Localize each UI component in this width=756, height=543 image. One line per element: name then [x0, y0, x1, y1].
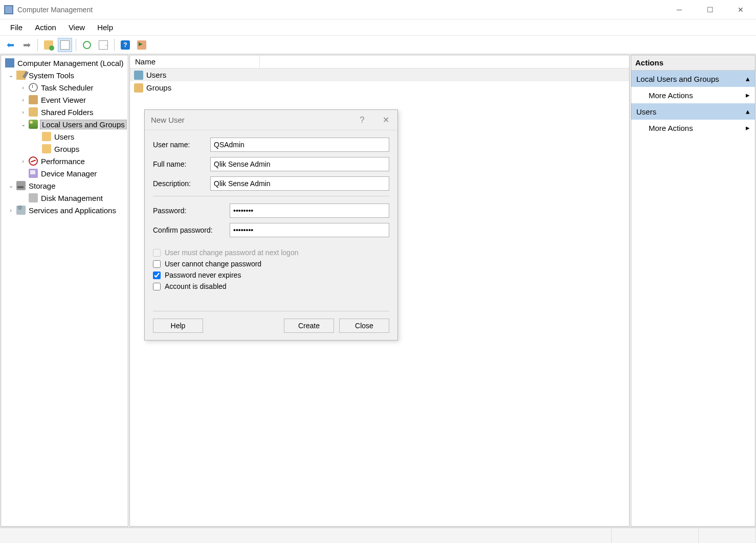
help-button[interactable]: ? [118, 38, 132, 52]
username-input[interactable] [210, 138, 389, 152]
shared-folder-icon [29, 107, 38, 117]
folder-up-icon [44, 40, 53, 50]
tree-label: Groups [53, 145, 80, 153]
actions-pane: Actions Local Users and Groups ▴ More Ac… [631, 55, 755, 527]
export-icon [99, 40, 108, 50]
tree-label: Computer Management (Local) [16, 59, 125, 67]
collapse-icon[interactable]: ⌄ [7, 183, 14, 189]
chevron-right-icon: ▸ [746, 123, 750, 132]
maximize-button[interactable]: ☐ [695, 0, 725, 19]
close-button[interactable]: ✕ [725, 0, 756, 19]
cannot-change-checkbox[interactable] [153, 260, 161, 268]
actions-more-lusg[interactable]: More Actions ▸ [631, 87, 755, 103]
forward-button[interactable]: ➡ [19, 38, 34, 52]
must-change-label: User must change password at next logon [165, 248, 298, 257]
clock-icon [29, 83, 38, 92]
tree-services-apps[interactable]: › Services and Applications [1, 204, 128, 216]
tree: Computer Management (Local) ⌄ System Too… [1, 55, 128, 218]
list-item-users[interactable]: Users [130, 69, 629, 81]
close-dialog-button[interactable]: Close [339, 319, 389, 333]
expand-icon[interactable]: › [19, 97, 27, 103]
collapse-icon[interactable]: ⌄ [7, 72, 14, 79]
help-button[interactable]: Help [153, 319, 203, 333]
actions-section-lusg[interactable]: Local Users and Groups ▴ [631, 71, 755, 87]
fullname-input[interactable] [210, 157, 389, 171]
tree-disk-management[interactable]: Disk Management [1, 192, 128, 204]
label-description: Description: [153, 179, 210, 188]
window-title: Computer Management [17, 6, 93, 14]
tree-local-users-groups[interactable]: ⌄ Local Users and Groups [1, 118, 128, 130]
menu-action[interactable]: Action [30, 21, 61, 34]
menu-file[interactable]: File [5, 21, 28, 34]
tree-users[interactable]: Users [1, 130, 128, 143]
refresh-icon [83, 41, 91, 49]
storage-icon [16, 181, 26, 190]
disabled-label: Account is disabled [165, 282, 227, 290]
status-bar [0, 528, 756, 543]
dialog-close-button[interactable]: ✕ [374, 110, 397, 130]
menu-help[interactable]: Help [92, 21, 118, 34]
action-pane-button[interactable] [135, 38, 149, 52]
cannot-change-label: User cannot change password [165, 260, 261, 268]
arrow-right-icon: ➡ [23, 39, 31, 51]
app-icon [4, 5, 13, 14]
tree-storage[interactable]: ⌄ Storage [1, 179, 128, 192]
label-username: User name: [153, 141, 210, 149]
dialog-help-button[interactable]: ? [350, 110, 374, 130]
title-bar: Computer Management ─ ☐ ✕ [0, 0, 756, 19]
tools-icon [16, 71, 26, 80]
actions-section-users[interactable]: Users ▴ [631, 103, 755, 120]
toolbar-sep [37, 39, 38, 51]
export-button[interactable] [96, 38, 110, 52]
tree-label: Local Users and Groups [40, 120, 127, 129]
create-button[interactable]: Create [284, 319, 334, 333]
disabled-checkbox[interactable] [153, 283, 161, 290]
collapse-icon[interactable]: ⌄ [19, 121, 27, 128]
dialog-title: New User [151, 116, 185, 124]
never-expires-checkbox[interactable] [153, 272, 161, 279]
up-button[interactable] [41, 38, 56, 52]
expand-icon[interactable]: › [19, 158, 27, 164]
tree-shared-folders[interactable]: › Shared Folders [1, 106, 128, 118]
expand-icon[interactable]: › [19, 109, 27, 115]
expand-icon[interactable]: › [7, 207, 14, 213]
label-fullname: Full name: [153, 160, 210, 168]
section-label: Local Users and Groups [636, 75, 719, 83]
chevron-up-icon: ▴ [746, 74, 750, 83]
action-label: More Actions [649, 91, 693, 100]
back-button[interactable]: ⬅ [3, 38, 17, 52]
disk-icon [29, 193, 38, 202]
expand-icon[interactable]: › [19, 84, 27, 90]
tree-device-manager[interactable]: Device Manager [1, 167, 128, 179]
section-label: Users [636, 107, 656, 116]
help-icon: ? [121, 40, 130, 50]
sheet-icon [60, 40, 70, 50]
tree-label: Services and Applications [28, 206, 117, 215]
description-input[interactable] [210, 176, 389, 191]
confirm-password-input[interactable] [230, 223, 389, 237]
actions-more-users[interactable]: More Actions ▸ [631, 120, 755, 136]
tree-performance[interactable]: › Performance [1, 155, 128, 167]
tree-task-scheduler[interactable]: › Task Scheduler [1, 81, 128, 94]
minimize-button[interactable]: ─ [664, 0, 695, 19]
actions-header: Actions [631, 55, 755, 71]
tree-label: Performance [40, 157, 86, 166]
tree-system-tools[interactable]: ⌄ System Tools [1, 69, 128, 81]
must-change-checkbox [153, 249, 161, 257]
toolbar: ⬅ ➡ ? [0, 36, 756, 54]
dialog-body: User name: Full name: Description: Passw… [145, 130, 397, 340]
new-user-dialog: New User ? ✕ User name: Full name: Descr… [144, 109, 398, 341]
password-input[interactable] [230, 203, 389, 218]
menu-view[interactable]: View [63, 21, 90, 34]
tree-groups[interactable]: Groups [1, 143, 128, 155]
status-cell [612, 528, 699, 543]
status-cell [699, 528, 756, 543]
status-cell [0, 528, 612, 543]
column-name[interactable]: Name [135, 56, 260, 67]
tree-event-viewer[interactable]: › Event Viewer [1, 94, 128, 106]
refresh-button[interactable] [80, 38, 94, 52]
properties-button[interactable] [58, 38, 72, 52]
performance-icon [29, 156, 38, 166]
tree-root[interactable]: Computer Management (Local) [1, 57, 128, 69]
list-item-groups[interactable]: Groups [130, 81, 629, 94]
